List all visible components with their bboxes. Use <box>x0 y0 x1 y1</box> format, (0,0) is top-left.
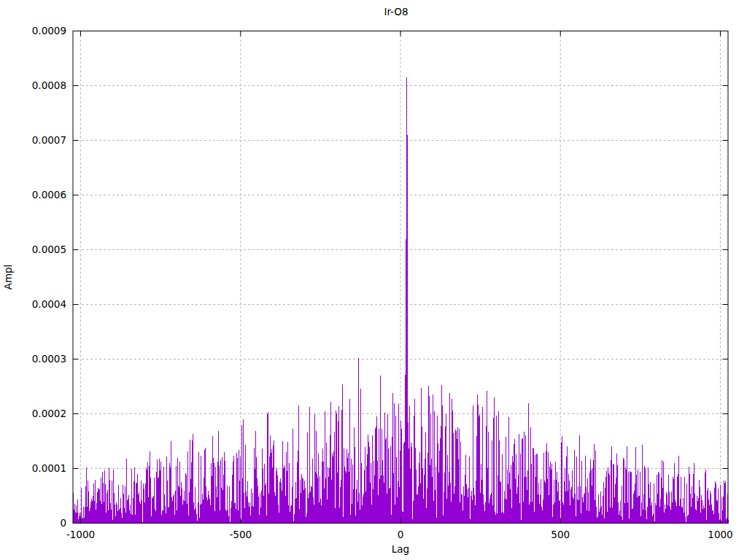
x-axis-label: Lag <box>392 543 409 555</box>
y-tick-label: 0.0007 <box>32 134 66 146</box>
y-tick-label: 0.0001 <box>32 462 66 474</box>
y-tick-label: 0.0008 <box>32 79 66 91</box>
x-tick-label: 1000 <box>708 529 732 540</box>
y-tick-label: 0.0004 <box>32 298 66 310</box>
chart-title: Ir-O8 <box>384 6 408 18</box>
y-tick-label: 0.0009 <box>32 25 66 36</box>
y-tick-label: 0.0002 <box>32 408 66 419</box>
x-tick-label: -1000 <box>66 529 95 540</box>
y-axis-label: Ampl <box>2 265 14 290</box>
y-tick-label: 0.0003 <box>32 353 66 365</box>
y-tick-label: 0.0005 <box>32 244 66 255</box>
x-tick-label: -500 <box>229 529 252 540</box>
y-tick-label: 0 <box>60 517 66 529</box>
correlation-chart: -1000-5000500100000.00010.00020.00030.00… <box>0 0 747 560</box>
x-tick-label: 0 <box>398 529 404 540</box>
plot-window: -1000-5000500100000.00010.00020.00030.00… <box>0 0 747 560</box>
x-tick-label: 500 <box>551 529 570 540</box>
y-tick-label: 0.0006 <box>32 189 66 201</box>
